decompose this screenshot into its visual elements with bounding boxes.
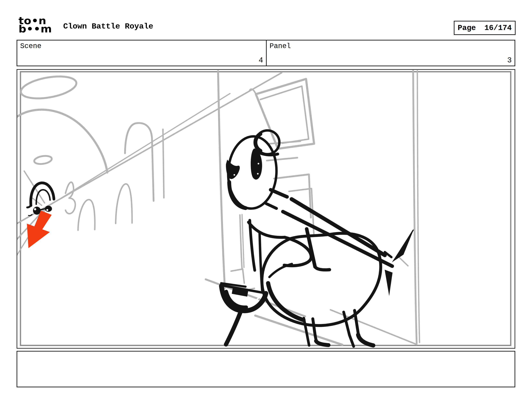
panel-label: Panel [270, 42, 291, 50]
storyboard-sketch [17, 70, 515, 348]
scene-label: Scene [20, 42, 41, 50]
caption-box [17, 351, 515, 387]
panel-cell: Panel 3 [267, 40, 515, 65]
scene-value: 4 [259, 56, 263, 65]
storyboard-panel [17, 69, 515, 349]
page-label: Page [458, 24, 476, 32]
scene-panel-row: Scene 4 Panel 3 [17, 40, 515, 66]
scene-cell: Scene 4 [17, 40, 267, 65]
project-title: Clown Battle Royale [63, 22, 153, 31]
logo-line-2: b••m [19, 25, 52, 33]
page-value: 16/174 [484, 24, 512, 32]
main-character [220, 131, 414, 346]
toon-boom-logo: to•n b••m [19, 17, 52, 33]
page-number-box: Page 16/174 [454, 21, 515, 35]
bystander-figure [27, 183, 54, 216]
sketch-background [17, 71, 420, 345]
panel-value: 3 [507, 56, 512, 65]
